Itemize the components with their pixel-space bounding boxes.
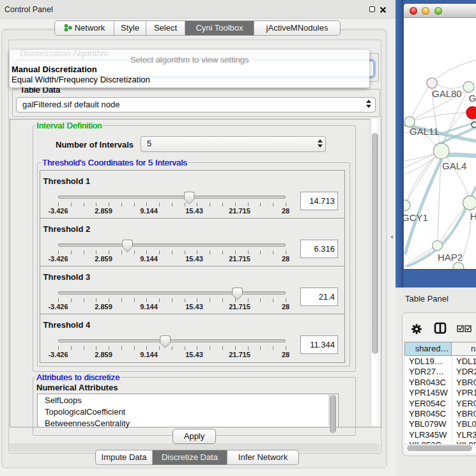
svg-text:GAL11: GAL11 [410,126,439,137]
svg-text:GAL80: GAL80 [432,88,462,99]
svg-text:CY: CY [471,119,476,130]
svg-text:GAL4: GAL4 [442,160,466,171]
svg-text:GCY1: GCY1 [404,212,428,223]
svg-text:HAP2: HAP2 [438,252,463,263]
svg-text:HI: HI [470,211,476,222]
svg-text:GA: GA [469,93,476,104]
